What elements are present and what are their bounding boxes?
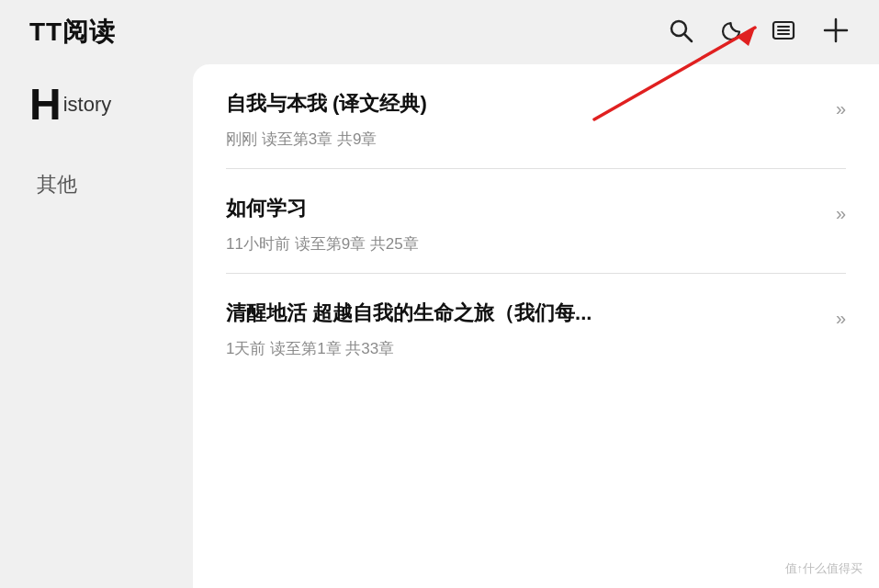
book-item[interactable]: 自我与本我 (译文经典) » 刚刚 读至第3章 共9章 [193, 64, 879, 169]
book-meta: 刚刚 读至第3章 共9章 [226, 129, 846, 150]
book-meta: 11小时前 读至第9章 共25章 [226, 233, 846, 254]
book-arrow-icon: » [836, 308, 846, 329]
svg-line-1 [685, 35, 693, 42]
book-title: 如何学习 [226, 195, 825, 222]
book-arrow-icon: » [836, 203, 846, 224]
add-icon[interactable] [822, 17, 850, 49]
book-meta: 1天前 读至第1章 共33章 [226, 338, 846, 359]
book-item-inner: 如何学习 » 11小时前 读至第9章 共25章 [226, 195, 846, 274]
history-rest-text: istory [63, 93, 112, 117]
book-title: 清醒地活 超越自我的生命之旅（我们每... [226, 300, 825, 327]
header: TT阅读 [0, 0, 879, 64]
sidebar: H istory 其他 [0, 64, 193, 588]
book-item-header: 自我与本我 (译文经典) » [226, 90, 846, 127]
search-icon[interactable] [668, 17, 693, 47]
book-item[interactable]: 清醒地活 超越自我的生命之旅（我们每... » 1天前 读至第1章 共33章 [193, 274, 879, 378]
book-item-header: 如何学习 » [226, 195, 846, 232]
book-item-inner: 清醒地活 超越自我的生命之旅（我们每... » 1天前 读至第1章 共33章 [226, 300, 846, 378]
book-title: 自我与本我 (译文经典) [226, 90, 825, 118]
svg-point-0 [671, 21, 686, 36]
history-h-letter: H [29, 83, 62, 127]
sidebar-item-other[interactable]: 其他 [29, 171, 193, 198]
book-list: 自我与本我 (译文经典) » 刚刚 读至第3章 共9章 如何学习 » 11小时前… [193, 64, 879, 588]
night-mode-icon[interactable] [719, 17, 745, 47]
book-item-inner: 自我与本我 (译文经典) » 刚刚 读至第3章 共9章 [226, 90, 846, 169]
sidebar-item-history[interactable]: H istory [29, 83, 193, 127]
book-item[interactable]: 如何学习 » 11小时前 读至第9章 共25章 [193, 169, 879, 274]
header-icons [668, 17, 850, 49]
book-arrow-icon: » [836, 98, 846, 119]
menu-icon[interactable] [771, 17, 796, 47]
book-item-header: 清醒地活 超越自我的生命之旅（我们每... » [226, 300, 846, 336]
app-title: TT阅读 [29, 15, 116, 50]
watermark: 值↑什么值得买 [785, 560, 863, 577]
main-content: H istory 其他 自我与本我 (译文经典) » 刚刚 读至第3章 共9章 [0, 64, 879, 588]
app-container: TT阅读 [0, 0, 879, 588]
